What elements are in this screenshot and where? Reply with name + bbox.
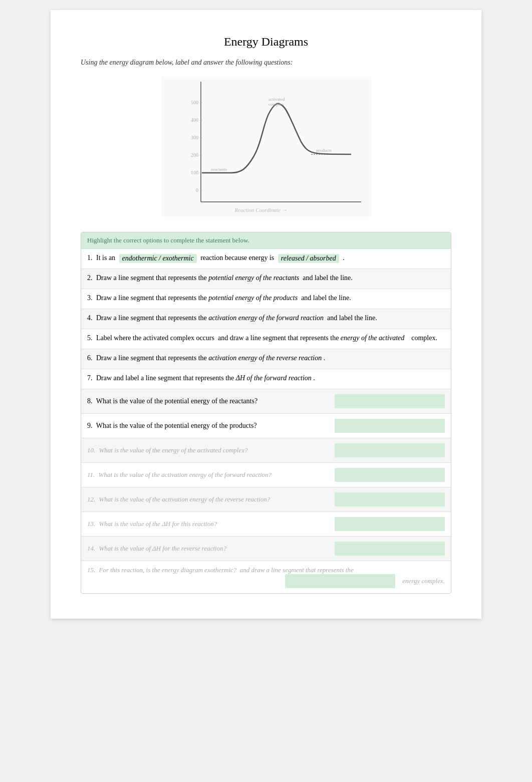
questions-section: Highlight the correct options to complet… [81,232,451,594]
q3-inline: potential energy of the products [208,294,298,302]
q3-text: Draw a line segment that represents the [95,294,209,302]
svg-text:400: 400 [191,117,198,123]
q1-text-after: . [341,254,345,262]
svg-text:0: 0 [196,187,198,193]
q7-inline: ΔH of the forward reaction [236,374,312,382]
q5-number: 5. [87,334,93,342]
q3-number: 3. [87,294,93,302]
q6-text: Draw a line segment that represents the [95,354,209,362]
q5-inline: energy of the activated [341,334,404,342]
q2-text-after: and label the line. [299,274,353,282]
q14-number: 14. [87,545,95,553]
q12-answer-box[interactable] [335,492,445,506]
q4-inline: activation energy of the forward reactio… [208,314,324,322]
instructions: Using the energy diagram below, label an… [81,59,451,67]
q7-text-after: . [312,374,315,382]
q13-answer-box[interactable] [335,517,445,531]
q10-text: What is the value of the energy of the a… [97,446,247,454]
page-title: Energy Diagrams [81,35,451,49]
svg-text:500: 500 [191,100,198,105]
q8-text: What is the value of the potential energ… [95,397,258,405]
question-row-9: 9. What is the value of the potential en… [81,414,451,438]
question-row-2: 2. Draw a line segment that represents t… [81,269,451,289]
question-row-7: 7. Draw and label a line segment that re… [81,369,451,389]
question-row-3: 3. Draw a line segment that represents t… [81,289,451,309]
q1-number: 1. [87,254,93,262]
q1-highlight2[interactable]: released / absorbed [278,254,339,263]
question-row-8: 8. What is the value of the potential en… [81,389,451,414]
question-row-11: 11. What is the value of the activation … [81,463,451,487]
page: Energy Diagrams Using the energy diagram… [51,10,481,619]
svg-text:300: 300 [191,135,198,140]
q11-answer-box[interactable] [335,468,445,482]
question-row-1: 1. It is an endothermic / exothermic rea… [81,249,451,269]
svg-rect-0 [161,77,371,217]
q3-text-after: and label the line. [298,294,351,302]
question-row-4: 4. Draw a line segment that represents t… [81,309,451,329]
diagram-container: 500 400 300 200 100 0 [81,77,451,217]
svg-text:100: 100 [191,170,198,175]
q2-inline: potential energy of the reactants [208,274,299,282]
q13-text: What is the value of the ΔH for this rea… [97,520,217,528]
q12-text: What is the value of the activation ener… [97,495,270,503]
q4-text: Draw a line segment that represents the [95,314,209,322]
svg-text:Reaction Coordinate →: Reaction Coordinate → [234,207,287,213]
q8-answer-box[interactable] [335,394,445,408]
q7-number: 7. [87,374,93,382]
q1-text-middle: reaction because energy is [199,254,276,262]
q4-number: 4. [87,314,93,322]
highlight-instruction: Highlight the correct options to complet… [87,236,249,244]
question-row-5: 5. Label where the activated complex occ… [81,329,451,349]
q9-number: 9. [87,422,93,430]
q2-number: 2. [87,274,93,282]
q10-number: 10. [87,446,95,454]
q9-text: What is the value of the potential energ… [95,422,257,430]
q13-number: 13. [87,520,95,528]
question-row-15: 15. For this reaction, is the energy dia… [81,561,451,593]
highlight-bar: Highlight the correct options to complet… [81,232,451,249]
svg-text:complex: complex [269,102,284,107]
svg-text:activated: activated [269,97,285,102]
q11-text: What is the value of the activation ener… [97,471,272,479]
q15-answer-box[interactable] [285,574,395,588]
question-row-12: 12. What is the value of the activation … [81,487,451,512]
q7-text: Draw and label a line segment that repre… [95,374,236,382]
q8-number: 8. [87,397,93,405]
q14-answer-box[interactable] [335,542,445,556]
q15-number: 15. [87,566,95,574]
q15-text: For this reaction, is the energy diagram… [97,566,354,574]
q9-answer-box[interactable] [335,419,445,433]
question-row-6: 6. Draw a line segment that represents t… [81,349,451,369]
svg-text:200: 200 [191,152,198,158]
q5-text-after: complex. [404,334,437,342]
q10-answer-box[interactable] [335,443,445,457]
question-row-13: 13. What is the value of the ΔH for this… [81,512,451,537]
q4-text-after: and label the line. [324,314,377,322]
q15-text-cont: energy complex. [395,577,445,585]
q1-text-before: It is an [95,254,117,262]
q1-highlight1[interactable]: endothermic / exothermic [119,254,197,263]
q6-text-after: . [322,354,325,362]
q6-number: 6. [87,354,93,362]
q6-inline: activation energy of the reverse reactio… [208,354,322,362]
q11-number: 11. [87,471,95,479]
q14-text: What is the value of ΔH for the reverse … [97,545,226,553]
svg-text:reactants: reactants [211,167,227,172]
question-row-10: 10. What is the value of the energy of t… [81,438,451,463]
svg-text:products: products [316,148,332,153]
q5-text: Label where the activated complex occurs… [95,334,341,342]
question-row-14: 14. What is the value of ΔH for the reve… [81,537,451,561]
q2-text: Draw a line segment that represents the [95,274,209,282]
energy-diagram: 500 400 300 200 100 0 [161,77,371,217]
q12-number: 12. [87,495,95,503]
